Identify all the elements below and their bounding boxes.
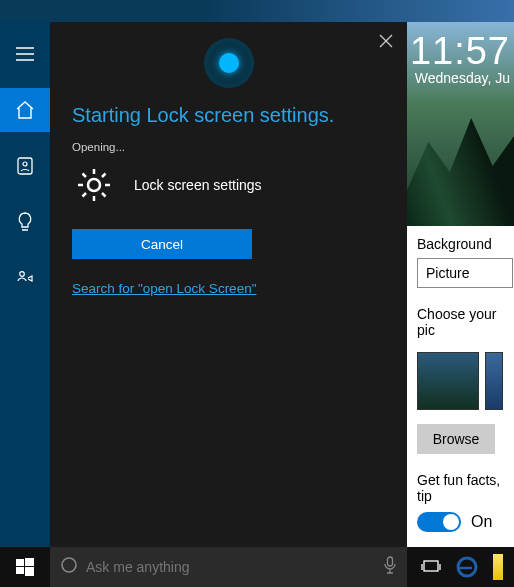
svg-rect-4 [16,559,24,566]
picture-thumb[interactable] [417,352,479,410]
shell: Starting Lock screen settings. Opening..… [0,22,514,547]
feedback-icon[interactable] [0,256,50,300]
cortana-sidebar [0,22,50,547]
choose-picture-label: Choose your pic [417,306,514,338]
result-label: Lock screen settings [134,177,262,193]
svg-rect-9 [388,557,393,566]
svg-point-2 [20,272,25,277]
cortana-halo-icon [204,38,254,88]
toggle-state-label: On [471,513,492,531]
microphone-icon[interactable] [383,556,397,578]
lightbulb-icon[interactable] [0,200,50,244]
taskbar [0,547,514,587]
start-button[interactable] [0,547,50,587]
svg-rect-6 [16,567,24,574]
cortana-headline: Starting Lock screen settings. [72,104,385,127]
close-icon[interactable] [379,34,393,52]
hamburger-menu-icon[interactable] [0,32,50,76]
cortana-panel: Starting Lock screen settings. Opening..… [50,22,407,547]
notebook-icon[interactable] [0,144,50,188]
lock-screen-preview: 11:57 Wednesday, Ju [407,22,514,226]
background-select[interactable]: Picture [417,258,513,288]
file-explorer-icon[interactable] [493,554,503,580]
preview-date: Wednesday, Ju [415,70,510,86]
home-icon[interactable] [0,88,50,132]
funfacts-label: Get fun facts, tip [417,472,514,504]
lock-screen-settings-pane: 11:57 Wednesday, Ju Background Picture C… [407,22,514,547]
window-titlebar [0,0,514,22]
search-input[interactable] [86,559,375,575]
background-label: Background [417,236,514,252]
svg-rect-7 [25,567,34,576]
result-row[interactable]: Lock screen settings [72,163,385,207]
svg-rect-5 [25,558,34,566]
cancel-button[interactable]: Cancel [72,229,252,259]
cortana-circle-icon [60,556,78,578]
edge-browser-icon[interactable] [453,553,481,581]
background-select-value: Picture [426,265,470,281]
gear-icon [72,163,116,207]
search-web-link[interactable]: Search for "open Lock Screen" [72,281,256,296]
svg-point-1 [23,162,27,166]
toggle-switch-icon [417,512,461,532]
preview-time: 11:57 [410,30,510,73]
cortana-searchbox[interactable] [50,547,407,587]
funfacts-toggle[interactable]: On [417,512,514,532]
taskbar-tray [407,553,514,581]
browse-button[interactable]: Browse [417,424,495,454]
svg-point-3 [88,179,100,191]
picture-thumbnails [407,352,514,410]
opening-status: Opening... [72,141,385,153]
svg-rect-10 [424,561,438,571]
svg-point-8 [62,558,76,572]
picture-thumb[interactable] [485,352,503,410]
task-view-icon[interactable] [417,553,445,581]
